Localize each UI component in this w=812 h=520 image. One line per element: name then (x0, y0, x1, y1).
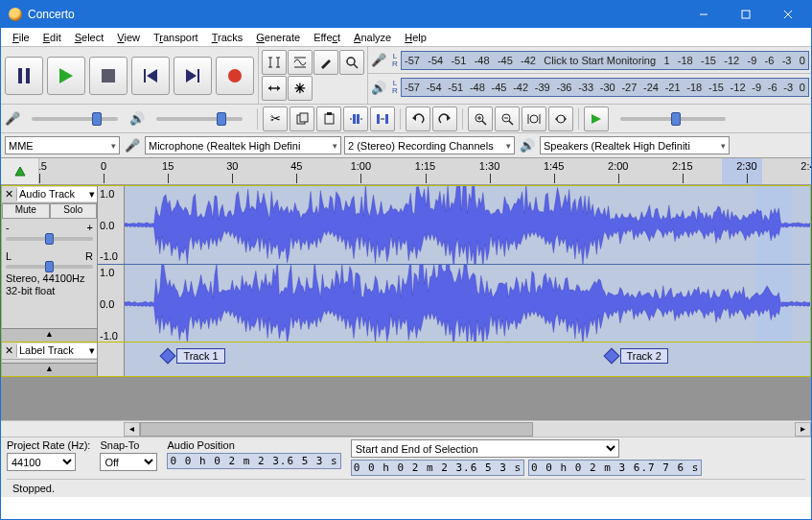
vertical-scale: 1.00.0-1.0 (98, 186, 125, 264)
playback-meter[interactable]: -57-54-51-48-45-42-39-36-33-30-27-24-21-… (401, 78, 809, 97)
label-text[interactable]: Track 1 (176, 348, 224, 364)
app-icon (9, 8, 22, 21)
fit-selection-button[interactable] (522, 106, 546, 131)
audio-host-combo[interactable]: MME▾ (5, 136, 120, 154)
pan-slider[interactable] (6, 265, 93, 269)
track-close-button[interactable]: ✕ (2, 188, 17, 201)
scroll-track[interactable] (140, 422, 795, 437)
svg-rect-31 (357, 114, 360, 124)
skip-start-button[interactable] (131, 57, 170, 95)
record-channels-combo[interactable]: 2 (Stereo) Recording Channels▾ (344, 136, 515, 154)
svg-point-21 (347, 58, 355, 65)
cut-button[interactable]: ✂ (263, 106, 288, 131)
record-volume-slider[interactable] (32, 117, 118, 121)
scroll-left-button[interactable]: ◂ (124, 422, 140, 437)
track-waveform-area[interactable]: 1.00.0-1.0 1.00.0-1.0 (98, 186, 810, 342)
paste-button[interactable] (316, 106, 341, 131)
scroll-thumb[interactable] (140, 422, 533, 437)
label-track-close-button[interactable]: ✕ (2, 344, 17, 357)
play-at-speed-button[interactable] (584, 106, 609, 131)
timeline-ruler[interactable]: -1501530451:001:151:301:452:002:152:302:… (39, 158, 811, 184)
svg-rect-11 (197, 69, 199, 83)
copy-button[interactable] (290, 106, 314, 131)
skip-end-button[interactable] (174, 57, 212, 95)
menu-generate[interactable]: Generate (250, 30, 306, 45)
window-minimize-button[interactable] (683, 2, 725, 27)
svg-marker-52 (592, 114, 601, 124)
record-device-value: Microphone (Realtek High Defini (149, 140, 300, 152)
zoom-tool[interactable] (339, 50, 364, 75)
menu-help[interactable]: Help (399, 30, 432, 45)
menu-tracks[interactable]: Tracks (206, 30, 249, 45)
menu-view[interactable]: View (111, 30, 146, 45)
undo-button[interactable] (406, 106, 430, 131)
record-meter[interactable]: -57-54-51-48-45-42Click to Start Monitor… (401, 51, 809, 70)
draw-tool[interactable] (313, 50, 338, 75)
device-toolbar: MME▾ 🎤 Microphone (Realtek High Defini▾ … (1, 133, 811, 158)
selection-start-value[interactable]: 0 0 h 0 2 m 2 3.6 5 3 s (351, 460, 524, 476)
track-control-panel: ✕ Audio Track▾ Mute Solo -+ LR Stereo, 4… (2, 186, 98, 342)
pin-button[interactable] (1, 158, 39, 184)
fit-project-button[interactable] (548, 106, 573, 131)
multi-tool[interactable]: ✳ (288, 76, 313, 101)
svg-marker-10 (186, 69, 197, 83)
label-marker[interactable]: Track 2 (606, 348, 668, 364)
pause-button[interactable] (5, 57, 43, 95)
scroll-right-button[interactable]: ▸ (795, 422, 811, 437)
record-meter-icon[interactable]: 🎤 (368, 53, 389, 67)
label-track-area[interactable]: Track 1Track 2 (98, 343, 810, 376)
menu-analyze[interactable]: Analyze (348, 30, 397, 45)
ruler-tick-label: -15 (39, 160, 47, 172)
meter-lr-label: LR (389, 53, 401, 68)
track-name-menu[interactable]: Audio Track▾ (17, 187, 97, 201)
selection-end-value[interactable]: 0 0 h 0 2 m 3 6.7 7 6 s (528, 460, 702, 476)
menu-edit[interactable]: Edit (37, 30, 67, 45)
timeline-scrollbar[interactable]: ◂ ▸ (1, 420, 811, 437)
menu-select[interactable]: Select (69, 30, 110, 45)
snap-to-combo[interactable]: Off (100, 453, 157, 471)
project-rate-combo[interactable]: 44100 (7, 453, 76, 471)
zoom-out-button[interactable] (495, 106, 520, 131)
svg-marker-37 (412, 115, 416, 121)
gain-min: - (6, 222, 10, 233)
selection-toolbar: Project Rate (Hz): 44100 Snap-To Off Aud… (1, 437, 811, 497)
stop-button[interactable] (89, 57, 128, 95)
toolbar-secondary: 🎤 🔊 ✂ (1, 105, 811, 133)
solo-button[interactable]: Solo (50, 203, 98, 219)
window-close-button[interactable] (767, 2, 809, 27)
label-track: ✕ Label Track▾ ▲ Track 1Track 2 (1, 343, 811, 377)
label-marker[interactable]: Track 1 (162, 348, 224, 364)
window-maximize-button[interactable] (725, 2, 767, 27)
svg-marker-38 (447, 115, 451, 121)
record-button[interactable] (216, 57, 254, 95)
zoom-in-button[interactable] (468, 106, 493, 131)
label-track-menu[interactable]: Label Track▾ (17, 343, 97, 358)
svg-marker-53 (15, 167, 25, 176)
track-collapse-button[interactable]: ▲ (2, 328, 97, 342)
playback-device-combo[interactable]: Speakers (Realtek High Definiti▾ (540, 136, 730, 154)
playback-meter-icon[interactable]: 🔊 (368, 81, 389, 95)
audio-position-value[interactable]: 0 0 h 0 2 m 2 3.6 5 3 s (167, 453, 340, 469)
mute-button[interactable]: Mute (2, 203, 50, 219)
selection-tool[interactable] (262, 50, 287, 75)
play-speed-slider[interactable] (620, 117, 726, 121)
timeshift-tool[interactable] (262, 76, 287, 101)
record-device-combo[interactable]: Microphone (Realtek High Defini▾ (145, 136, 341, 154)
tools-toolbar: ✳ (259, 47, 368, 104)
gain-slider[interactable] (6, 237, 93, 241)
trim-button[interactable] (343, 106, 368, 131)
selection-mode-combo[interactable]: Start and End of Selection (351, 439, 619, 458)
track-area: ✕ Audio Track▾ Mute Solo -+ LR Stereo, 4… (1, 185, 811, 420)
menu-transport[interactable]: Transport (148, 30, 204, 45)
envelope-tool[interactable] (288, 50, 313, 75)
label-text[interactable]: Track 2 (620, 348, 668, 364)
playback-device-value: Speakers (Realtek High Definiti (544, 140, 690, 152)
menu-effect[interactable]: Effect (308, 30, 346, 45)
label-track-collapse-button[interactable]: ▲ (2, 363, 97, 376)
play-button[interactable] (47, 57, 85, 95)
menu-file[interactable]: File (7, 30, 35, 45)
playback-volume-slider[interactable] (156, 117, 243, 121)
svg-rect-34 (377, 114, 380, 124)
silence-button[interactable] (370, 106, 395, 131)
redo-button[interactable] (432, 106, 457, 131)
